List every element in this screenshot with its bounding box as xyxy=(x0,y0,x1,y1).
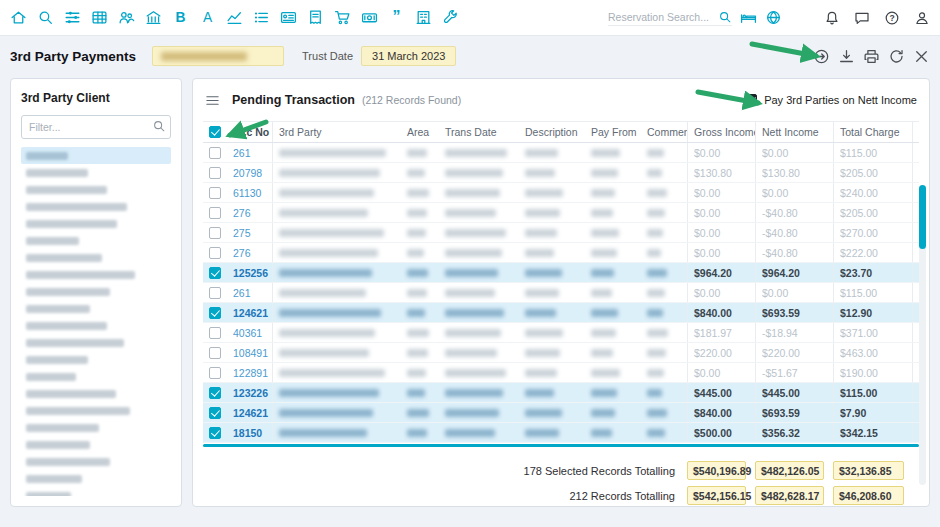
client-list-item[interactable] xyxy=(21,368,171,385)
table-row[interactable]: 40361 $181.97 -$18.94 $371.00 xyxy=(203,323,919,343)
acc-no-cell[interactable]: 108491 xyxy=(227,343,273,362)
column-header[interactable]: Pay From xyxy=(585,122,641,142)
client-list-item[interactable] xyxy=(21,198,171,215)
user-icon[interactable] xyxy=(914,10,930,26)
acc-no-cell[interactable]: 124621 xyxy=(227,303,273,322)
download-icon[interactable] xyxy=(838,48,855,65)
row-checkbox[interactable] xyxy=(209,167,221,179)
table-row[interactable]: 261 $0.00 $0.00 $115.00 xyxy=(203,283,919,303)
bank-icon[interactable] xyxy=(145,9,162,26)
table-row[interactable]: 124621 $840.00 $693.59 $12.90 xyxy=(203,303,919,323)
scrollbar-thumb[interactable] xyxy=(919,185,926,249)
close-icon[interactable] xyxy=(913,48,930,65)
row-checkbox[interactable] xyxy=(209,147,221,159)
client-list-item[interactable] xyxy=(21,181,171,198)
client-list-item[interactable] xyxy=(21,317,171,334)
table-row[interactable]: 275 $0.00 -$40.80 $270.00 xyxy=(203,223,919,243)
table-row[interactable]: 276 $0.00 -$40.80 $205.00 xyxy=(203,203,919,223)
client-list-item[interactable] xyxy=(21,402,171,419)
money-icon[interactable] xyxy=(361,9,378,26)
table-row[interactable]: 20798 $130.80 $130.80 $205.00 xyxy=(203,163,919,183)
chat-icon[interactable] xyxy=(854,10,870,26)
client-list-item[interactable] xyxy=(21,164,171,181)
acc-no-cell[interactable]: 275 xyxy=(227,223,273,242)
select-all-checkbox[interactable] xyxy=(209,126,221,138)
client-list-item[interactable] xyxy=(21,453,171,470)
client-list-item[interactable] xyxy=(21,147,171,164)
row-checkbox[interactable] xyxy=(209,407,221,419)
client-filter-input[interactable] xyxy=(21,115,171,139)
bell-icon[interactable] xyxy=(824,10,840,26)
acc-no-cell[interactable]: 123226 xyxy=(227,383,273,402)
table-row[interactable]: 124621 $840.00 $693.59 $7.90 xyxy=(203,403,919,423)
export-circle-icon[interactable] xyxy=(813,48,830,65)
acc-no-cell[interactable]: 125256 xyxy=(227,263,273,282)
acc-no-cell[interactable]: 61130 xyxy=(227,183,273,202)
acc-no-cell[interactable]: 18150 xyxy=(227,423,273,442)
client-list-item[interactable] xyxy=(21,283,171,300)
table-row[interactable]: 123226 $445.00 $445.00 $115.00 xyxy=(203,383,919,403)
row-checkbox[interactable] xyxy=(209,227,221,239)
row-checkbox[interactable] xyxy=(209,427,221,439)
table-row[interactable]: 276 $0.00 -$40.80 $222.00 xyxy=(203,243,919,263)
table-row[interactable]: 18150 $500.00 $356.32 $342.15 xyxy=(203,423,919,443)
client-list-item[interactable] xyxy=(21,436,171,453)
row-checkbox[interactable] xyxy=(209,367,221,379)
client-list-item[interactable] xyxy=(21,470,171,487)
wrench-icon[interactable] xyxy=(442,9,459,26)
trust-date-value[interactable]: 31 March 2023 xyxy=(361,46,456,66)
client-list-item[interactable] xyxy=(21,266,171,283)
client-list-item[interactable] xyxy=(21,351,171,368)
acc-no-cell[interactable]: 261 xyxy=(227,283,273,302)
letter-a-icon[interactable]: A xyxy=(199,9,216,26)
client-list-item[interactable] xyxy=(21,419,171,436)
row-checkbox[interactable] xyxy=(209,387,221,399)
print-icon[interactable] xyxy=(863,48,880,65)
row-checkbox[interactable] xyxy=(209,307,221,319)
client-list-item[interactable] xyxy=(21,385,171,402)
client-list-item[interactable] xyxy=(21,249,171,266)
line-chart-icon[interactable] xyxy=(226,9,243,26)
bold-b-icon[interactable]: B xyxy=(172,9,189,26)
client-list-item[interactable] xyxy=(21,215,171,232)
column-header[interactable]: Comment xyxy=(641,122,687,142)
search-icon[interactable] xyxy=(37,9,54,26)
search-icon[interactable] xyxy=(718,10,732,24)
vertical-scrollbar[interactable] xyxy=(919,185,926,485)
column-header[interactable]: Total Charge xyxy=(833,122,913,142)
acc-no-cell[interactable]: 40361 xyxy=(227,323,273,342)
id-card-icon[interactable] xyxy=(280,9,297,26)
column-header[interactable]: Nett Income xyxy=(755,122,833,142)
quote-icon[interactable]: ” xyxy=(388,9,405,26)
table-row[interactable]: 108491 $220.00 $220.00 $463.00 xyxy=(203,343,919,363)
column-header[interactable]: Acc No xyxy=(227,122,273,142)
reservation-search-input[interactable] xyxy=(608,11,712,23)
acc-no-cell[interactable]: 276 xyxy=(227,243,273,262)
users-icon[interactable] xyxy=(118,9,135,26)
row-checkbox[interactable] xyxy=(209,347,221,359)
globe-icon[interactable] xyxy=(765,9,782,26)
table-icon[interactable] xyxy=(91,9,108,26)
receipt-icon[interactable] xyxy=(307,9,324,26)
client-list-item[interactable] xyxy=(21,334,171,351)
acc-no-cell[interactable]: 261 xyxy=(227,143,273,162)
table-row[interactable]: 61130 $0.00 $0.00 $240.00 xyxy=(203,183,919,203)
sliders-icon[interactable] xyxy=(64,9,81,26)
row-checkbox[interactable] xyxy=(209,327,221,339)
refresh-icon[interactable] xyxy=(888,48,905,65)
row-checkbox[interactable] xyxy=(209,187,221,199)
column-header[interactable]: Trans Date xyxy=(439,122,519,142)
cart-icon[interactable] xyxy=(334,9,351,26)
home-icon[interactable] xyxy=(10,9,27,26)
checklist-icon[interactable] xyxy=(253,9,270,26)
row-checkbox[interactable] xyxy=(209,247,221,259)
table-row[interactable]: 125256 $964.20 $964.20 $23.70 xyxy=(203,263,919,283)
client-list-item[interactable] xyxy=(21,232,171,249)
menu-icon[interactable] xyxy=(205,93,220,108)
client-selector-field[interactable] xyxy=(152,46,284,66)
acc-no-cell[interactable]: 124621 xyxy=(227,403,273,422)
row-checkbox[interactable] xyxy=(209,267,221,279)
acc-no-cell[interactable]: 122891 xyxy=(227,363,273,382)
client-list-item[interactable] xyxy=(21,487,171,496)
column-header[interactable]: Description xyxy=(519,122,585,142)
